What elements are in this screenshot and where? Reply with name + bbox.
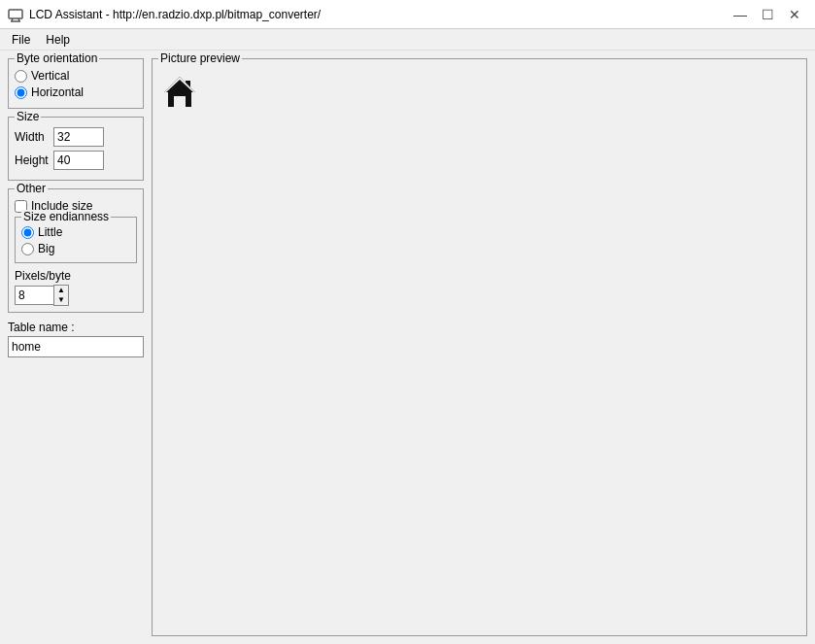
height-input[interactable] [53, 151, 104, 170]
big-label[interactable]: Big [38, 242, 54, 255]
table-name-input[interactable] [8, 336, 144, 357]
other-inner: Include size Size endianness Little Big [15, 199, 137, 306]
svg-rect-0 [9, 10, 22, 18]
width-row: Width [15, 127, 137, 147]
byte-orientation-inner: Vertical Horizontal [15, 69, 137, 99]
preview-content [156, 69, 802, 627]
other-group: Other Include size Size endianness Littl… [8, 188, 144, 313]
pixels-byte-input[interactable] [15, 286, 53, 305]
spinner-up-button[interactable]: ▲ [54, 286, 68, 295]
other-title: Other [15, 182, 48, 195]
size-group: Size Width Height [8, 117, 144, 181]
app-icon [8, 7, 23, 22]
menu-bar: File Help [0, 29, 815, 51]
little-label[interactable]: Little [38, 225, 62, 239]
size-endianness-group: Size endianness Little Big [15, 217, 137, 263]
minimize-button[interactable]: — [728, 5, 753, 24]
preview-box: Picture preview [152, 58, 807, 636]
width-input[interactable] [53, 127, 104, 147]
height-label: Height [15, 153, 50, 167]
little-endian-radio[interactable] [21, 226, 34, 239]
little-radio-row: Little [21, 225, 130, 239]
preview-image [160, 73, 199, 112]
horizontal-label[interactable]: Horizontal [31, 85, 84, 99]
title-bar-left: LCD Assistant - http://en.radzio.dxp.pl/… [8, 7, 321, 22]
byte-orientation-group: Byte orientation Vertical Horizontal [8, 58, 144, 109]
vertical-label[interactable]: Vertical [31, 69, 69, 83]
horizontal-radio[interactable] [15, 86, 27, 99]
title-bar: LCD Assistant - http://en.radzio.dxp.pl/… [0, 0, 815, 29]
title-bar-controls: — ☐ ✕ [728, 5, 807, 24]
size-inner: Width Height [15, 127, 137, 170]
size-title: Size [15, 110, 41, 123]
window-title: LCD Assistant - http://en.radzio.dxp.pl/… [29, 8, 321, 21]
horizontal-radio-row: Horizontal [15, 85, 137, 99]
pixels-byte-spinner: ▲ ▼ [15, 285, 137, 306]
pixels-byte-label: Pixels/byte [15, 269, 137, 283]
maximize-button[interactable]: ☐ [755, 5, 780, 24]
table-name-label: Table name : [8, 321, 144, 334]
preview-panel: Picture preview [152, 58, 807, 636]
spinner-down-button[interactable]: ▼ [54, 295, 68, 305]
byte-orientation-title: Byte orientation [15, 51, 99, 65]
width-label: Width [15, 130, 50, 144]
big-radio-row: Big [21, 242, 130, 255]
vertical-radio[interactable] [15, 70, 27, 83]
size-endianness-title: Size endianness [21, 210, 111, 223]
height-row: Height [15, 151, 137, 170]
main-content: Byte orientation Vertical Horizontal Siz… [0, 51, 815, 644]
vertical-radio-row: Vertical [15, 69, 137, 83]
menu-help[interactable]: Help [38, 31, 78, 49]
close-button[interactable]: ✕ [782, 5, 807, 24]
size-endianness-inner: Little Big [21, 225, 130, 255]
preview-title: Picture preview [158, 51, 242, 65]
settings-panel: Byte orientation Vertical Horizontal Siz… [8, 58, 144, 636]
table-name-section: Table name : [8, 321, 144, 357]
svg-rect-7 [174, 96, 186, 107]
big-endian-radio[interactable] [21, 243, 34, 255]
spinner-buttons: ▲ ▼ [53, 285, 69, 306]
menu-file[interactable]: File [4, 31, 38, 49]
